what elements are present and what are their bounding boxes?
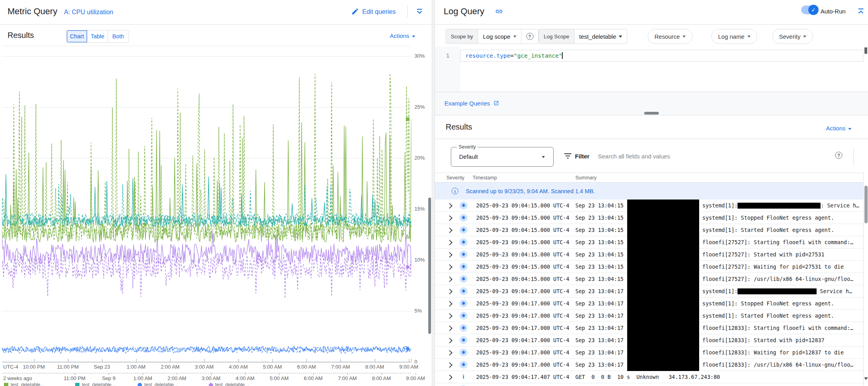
chevron-down-icon [619,36,622,38]
redacted-block [627,200,699,212]
severity-default-icon: ✱ [460,324,467,332]
log-summary-prefix: Sep 23 13:04:17 [575,313,624,319]
filter-pill-log-name[interactable]: Log name [711,29,757,44]
search-input[interactable]: Search all fields and values [598,153,670,160]
results-scrollbar-thumb[interactable] [864,186,868,223]
expand-chevron-icon[interactable] [447,313,452,319]
series-line-comparison [2,73,411,241]
log-row[interactable]: ✱2025-09-23 09:04:17.000 UTC-4Sep 23 13:… [435,346,863,359]
log-row[interactable]: ✱2025-09-23 09:04:15.000 UTC-4Sep 23 13:… [435,224,863,236]
legend-circle-icon [138,383,142,386]
severity-select[interactable]: Severity Default [451,147,554,167]
expand-chevron-icon[interactable] [447,228,452,233]
results-scrollbar-track[interactable] [863,173,868,386]
severity-default-icon: ✱ [460,348,467,356]
log-message: flooefi[12833]: Waiting for pid=12837 to… [702,349,861,356]
comparison-tick-label: 4:00 AM [229,375,261,381]
log-row[interactable]: ✱2025-09-23 09:04:17.000 UTC-4Sep 23 13:… [435,359,863,371]
expand-chevron-icon[interactable] [447,240,452,245]
severity-select-value: Default [459,153,478,160]
expand-chevron-icon[interactable] [447,350,452,356]
example-queries-link[interactable]: Example Queries [444,100,499,107]
y-axis-tick-label: 15% [414,206,425,212]
scrollbar-down-arrow-icon[interactable] [864,377,868,380]
scope-help: ? [521,29,538,43]
legend-item[interactable]: test_deletable… [75,382,116,386]
column-timestamp[interactable]: Timestamp [473,175,497,181]
filter-pill-resource[interactable]: Resource [648,29,692,44]
log-row[interactable]: ✱2025-09-23 09:04:17.000 UTC-4Sep 23 13:… [435,334,863,346]
series-line-current [2,346,411,352]
log-row[interactable]: ✱2025-09-23 09:04:15.000 UTC-4Sep 23 13:… [435,236,863,249]
expand-chevron-icon[interactable] [447,203,452,209]
collapse-panel-up-icon[interactable] [857,7,865,17]
log-row[interactable]: ✱2025-09-23 09:04:15.000 UTC-4Sep 23 13:… [435,261,863,273]
log-row[interactable]: ✱2025-09-23 09:04:17.000 UTC-4Sep 23 13:… [435,310,863,322]
expand-chevron-icon[interactable] [447,277,452,282]
log-scope-dropdown[interactable]: test_deletable [575,29,627,43]
expand-chevron-icon[interactable] [447,326,452,331]
comparison-axis-tick [416,373,416,375]
legend-item[interactable]: test_deletable… [209,382,250,386]
x-axis-tick-label: 5:00 AM [257,364,288,370]
y-axis-tick-label: 10% [414,257,425,263]
log-message: flooefi[12833]: /usr/lib/x86_64-linux-gn… [702,362,861,368]
x-axis-tick-label: 3:00 AM [189,364,220,370]
comparison-corner-label: 2 weeks ago [3,375,32,381]
log-row[interactable]: ✱2025-09-23 09:04:15.000 UTC-4Sep 23 13:… [435,200,863,212]
redacted-block [627,285,699,298]
section-drag-handle[interactable] [644,112,659,115]
log-row[interactable]: ✱2025-09-23 09:04:17.000 UTC-4Sep 23 13:… [435,322,863,334]
log-actions-menu[interactable]: Actions [826,125,851,132]
log-scope-group: Log Scope test_deletable [539,29,627,44]
severity-default-icon: ✱ [460,226,467,234]
copy-link-icon[interactable] [495,8,503,17]
log-row[interactable]: ✱2025-09-23 09:04:15.000 UTC-4Sep 23 13:… [435,249,863,261]
column-severity[interactable]: Severity [446,175,464,181]
expand-chevron-icon[interactable] [447,289,452,294]
column-summary[interactable]: Summary [575,175,596,181]
redacted-block [627,359,699,371]
log-filter-row: Severity Default Filter Search all field… [435,139,868,173]
log-row[interactable]: ✱ [435,383,863,386]
redacted-inline-block [738,203,821,209]
severity-select-label: Severity [457,144,478,150]
x-axis-tick-label: 10:00 PM [18,364,50,370]
log-row[interactable]: ✱2025-09-23 09:04:15.000 UTC-4Sep 23 13:… [435,212,863,224]
scope-by-dropdown[interactable]: Log scope [478,29,521,43]
help-icon[interactable]: ? [835,152,842,159]
expand-chevron-icon[interactable] [447,375,452,380]
series-end-marker [406,117,410,121]
expand-chevron-icon[interactable] [447,338,452,343]
series-end-marker [405,265,410,269]
log-row[interactable]: ✱2025-09-23 09:04:17.000 UTC-4Sep 23 13:… [435,298,863,310]
log-row[interactable]: ✱2025-09-23 09:04:17.000 UTC-4Sep 23 13:… [435,285,863,298]
expand-chevron-icon[interactable] [447,252,452,258]
expand-chevron-icon[interactable] [447,264,452,270]
filter-pill-severity[interactable]: Severity [772,29,813,44]
legend-item[interactable]: test_deletable… [138,382,179,386]
panel-resize-divider[interactable] [432,0,435,386]
log-message: flooefi[27527]: Started with pid=27531 [702,251,861,258]
expand-chevron-icon[interactable] [447,215,452,221]
comparison-axis-tick [75,373,75,375]
log-row[interactable]: ✱2025-09-23 09:04:15.000 UTC-4Sep 23 13:… [435,273,863,285]
editor-scrollbar[interactable] [864,47,867,54]
x-axis-tick-label: 11:00 PM [52,364,84,370]
chart-series-plot [2,43,411,362]
comparison-tick-label: 2:00 AM [161,375,193,381]
toggle-check-icon: ✓ [808,5,819,15]
legend-item[interactable]: test_deletable… [4,382,45,386]
help-icon[interactable]: ? [526,33,533,40]
comparison-tick-label: Sep 9 [93,375,125,381]
legend-label: test_deletable… [11,382,45,386]
code-token-string: "gce_instance" [514,53,562,59]
left-panel-scrollbar[interactable] [428,198,431,334]
severity-default-icon: ✱ [460,275,467,283]
query-input[interactable]: resource.type="gce_instance" [460,50,863,62]
auto-run-toggle[interactable]: ✓ [801,6,818,14]
log-row[interactable]: i2025-09-23 09:04:17.407 UTC-4GET 0 0 B … [435,371,863,383]
expand-chevron-icon[interactable] [447,362,452,368]
expand-chevron-icon[interactable] [447,301,452,307]
chevron-down-icon [803,36,806,38]
